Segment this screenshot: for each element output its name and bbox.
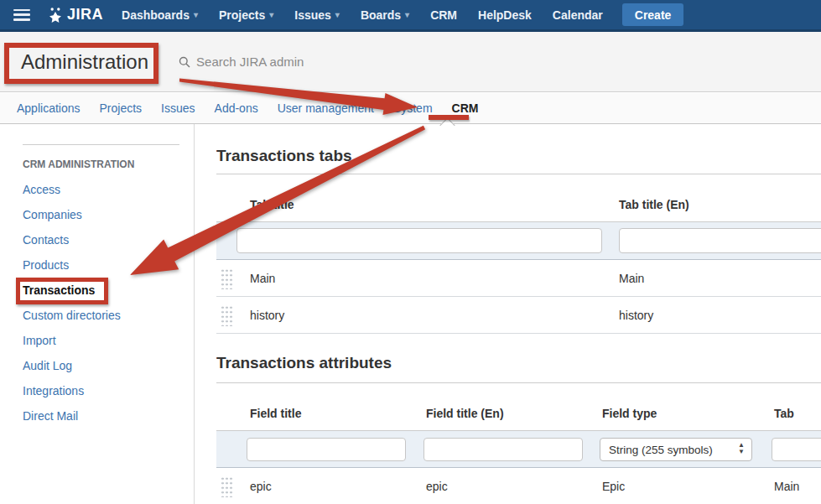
filter-input-tab[interactable] (772, 438, 821, 461)
create-button[interactable]: Create (622, 3, 684, 26)
drag-handle-icon[interactable] (220, 304, 232, 326)
column-header-field-title: Field title (250, 407, 301, 420)
cell-tab: Main (774, 480, 799, 493)
tabs-table-filter-row (216, 222, 821, 260)
drag-handle-icon[interactable] (220, 475, 232, 497)
sidebar-item-direct-mail[interactable]: Direct Mail (0, 403, 194, 429)
sidebar-item-transactions[interactable]: Transactions (0, 278, 194, 303)
field-type-select[interactable]: String (255 symbols) (600, 438, 752, 461)
admin-search (179, 55, 364, 69)
filter-input-field-title-en[interactable] (423, 438, 583, 461)
sidebar-heading: CRM ADMINISTRATION (23, 158, 194, 170)
sidebar-item-integrations[interactable]: Integrations (0, 378, 194, 403)
sidebar-list: Access Companies Contacts Products Trans… (0, 177, 194, 429)
admin-header: Administration (0, 32, 821, 92)
nav-item-calendar[interactable]: Calendar (553, 8, 603, 22)
tab-system[interactable]: System (393, 101, 433, 115)
attributes-table-header: Field title Field title (En) Field type … (216, 383, 821, 431)
chevron-down-icon: ▾ (269, 11, 273, 19)
column-header-tab-title: Tab title (250, 198, 294, 211)
cell-tab-title: history (250, 309, 284, 322)
sidebar-item-access[interactable]: Access (0, 177, 194, 202)
jira-logo-icon (47, 7, 64, 23)
tab-addons[interactable]: Add-ons (215, 101, 258, 115)
column-header-field-type: Field type (602, 407, 657, 420)
main-content: Transactions tabs Tab title Tab title (E… (216, 124, 821, 504)
column-header-field-title-en: Field title (En) (426, 407, 504, 420)
search-icon (179, 56, 190, 68)
jira-logo[interactable]: JIRA (47, 6, 103, 23)
tab-issues[interactable]: Issues (161, 101, 195, 115)
sidebar-item-companies[interactable]: Companies (0, 202, 194, 227)
chevron-down-icon: ▾ (194, 11, 198, 19)
filter-input-field-title[interactable] (247, 438, 406, 461)
top-navbar: JIRA Dashboards ▾ Projects ▾ Issues ▾ Bo… (0, 0, 821, 32)
page-title: Administration (21, 50, 148, 74)
navbar-menu: Dashboards ▾ Projects ▾ Issues ▾ Boards … (122, 8, 603, 22)
sidebar-item-products[interactable]: Products (0, 252, 194, 278)
cell-field-title: epic (250, 480, 272, 493)
chevron-down-icon: ▾ (405, 11, 409, 19)
jira-admin-page: JIRA Dashboards ▾ Projects ▾ Issues ▾ Bo… (0, 0, 821, 504)
filter-input-tab-title[interactable] (236, 228, 602, 253)
drag-handle-icon[interactable] (220, 268, 232, 289)
nav-item-dashboards[interactable]: Dashboards ▾ (122, 8, 198, 22)
table-row[interactable]: history history (216, 297, 821, 334)
cell-tab-title-en: history (619, 309, 653, 322)
admin-tab-bar: Applications Projects Issues Add-ons Use… (0, 93, 821, 124)
tabs-table-header: Tab title Tab title (En) (216, 174, 821, 222)
tab-applications[interactable]: Applications (17, 101, 81, 115)
hamburger-menu-icon[interactable] (13, 9, 30, 21)
sidebar-item-contacts[interactable]: Contacts (0, 227, 194, 252)
nav-item-crm[interactable]: CRM (430, 8, 457, 22)
tab-projects[interactable]: Projects (100, 101, 143, 115)
nav-item-helpdesk[interactable]: HelpDesk (478, 8, 532, 22)
tab-crm[interactable]: CRM (452, 101, 479, 115)
column-header-tab-title-en: Tab title (En) (619, 198, 689, 211)
tab-user-management[interactable]: User management (278, 101, 374, 115)
cell-tab-title: Main (250, 272, 275, 285)
crm-admin-sidebar: CRM ADMINISTRATION Access Companies Cont… (0, 124, 195, 504)
nav-item-projects[interactable]: Projects ▾ (219, 8, 273, 22)
table-row[interactable]: Main Main (216, 260, 821, 297)
admin-search-input[interactable] (196, 55, 364, 69)
nav-item-issues[interactable]: Issues ▾ (294, 8, 340, 22)
attributes-table-filter-row: String (255 symbols) ▲ ▼ (216, 431, 821, 468)
filter-input-tab-title-en[interactable] (619, 228, 821, 253)
section-title-transactions-attributes: Transactions attributes (216, 353, 821, 373)
jira-logo-text: JIRA (67, 6, 103, 23)
cell-field-type: Epic (602, 480, 625, 493)
section-title-transactions-tabs: Transactions tabs (216, 146, 821, 166)
sidebar-item-import[interactable]: Import (0, 328, 194, 353)
sidebar-item-audit-log[interactable]: Audit Log (0, 353, 194, 378)
sidebar-divider (23, 144, 179, 145)
field-type-select-wrap: String (255 symbols) ▲ ▼ (600, 438, 752, 461)
chevron-down-icon: ▾ (335, 11, 340, 19)
column-header-tab: Tab (774, 407, 794, 420)
cell-tab-title-en: Main (619, 272, 644, 285)
nav-item-boards[interactable]: Boards ▾ (361, 8, 409, 22)
table-row[interactable]: epic epic Epic Main (216, 468, 821, 504)
sidebar-item-custom-directories[interactable]: Custom directories (0, 303, 194, 328)
cell-field-title-en: epic (426, 480, 448, 493)
